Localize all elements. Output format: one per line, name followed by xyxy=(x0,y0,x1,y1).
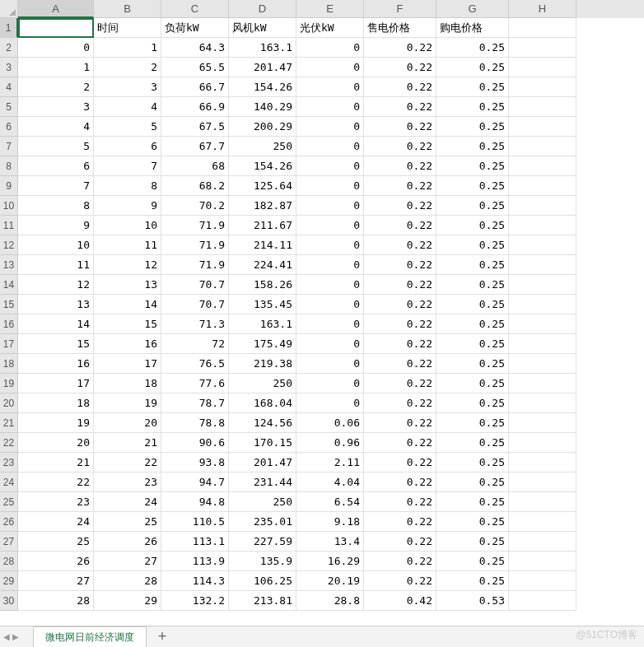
cell[interactable]: 21 xyxy=(94,433,161,453)
cell[interactable]: 0.25 xyxy=(436,532,509,552)
cell[interactable]: 250 xyxy=(229,137,296,156)
cell[interactable]: 224.41 xyxy=(229,255,296,275)
cell[interactable]: 9.18 xyxy=(296,512,364,532)
cell[interactable]: 0.25 xyxy=(436,453,509,472)
row-header[interactable]: 16 xyxy=(0,314,18,334)
row-header[interactable]: 30 xyxy=(0,591,18,611)
cell[interactable] xyxy=(509,97,576,117)
cell[interactable]: 0.22 xyxy=(364,255,436,275)
cell[interactable]: 0.22 xyxy=(364,156,436,176)
cell[interactable]: 0 xyxy=(296,216,364,235)
cell[interactable]: 65.5 xyxy=(161,58,229,77)
cell[interactable]: 94.8 xyxy=(161,492,229,512)
col-header-B[interactable]: B xyxy=(94,0,161,18)
cell[interactable]: 28 xyxy=(18,591,94,611)
cell[interactable]: 211.67 xyxy=(229,216,296,235)
row-header[interactable]: 19 xyxy=(0,374,18,393)
cell[interactable]: 0.25 xyxy=(436,354,509,374)
cell[interactable]: 0.22 xyxy=(364,512,436,532)
cell[interactable]: 0.22 xyxy=(364,137,436,156)
cell[interactable]: 0 xyxy=(296,255,364,275)
cell[interactable]: 250 xyxy=(229,492,296,512)
cell[interactable]: 0.22 xyxy=(364,77,436,97)
cell[interactable]: 0.22 xyxy=(364,393,436,413)
cell[interactable]: 29 xyxy=(94,591,161,611)
cell[interactable]: 17 xyxy=(18,374,94,393)
row-header[interactable]: 22 xyxy=(0,433,18,453)
cell[interactable]: 71.9 xyxy=(161,255,229,275)
cell[interactable]: 227.59 xyxy=(229,532,296,552)
cell[interactable]: 13 xyxy=(94,275,161,295)
cell[interactable]: 7 xyxy=(18,176,94,196)
cell[interactable]: 0.25 xyxy=(436,156,509,176)
cell[interactable]: 0 xyxy=(296,374,364,393)
cell[interactable]: 25 xyxy=(94,512,161,532)
cell[interactable]: 20.19 xyxy=(296,571,364,591)
cell[interactable]: 250 xyxy=(229,374,296,393)
row-header[interactable]: 5 xyxy=(0,97,18,117)
cell[interactable]: 0.22 xyxy=(364,117,436,137)
cell[interactable] xyxy=(509,393,576,413)
cell[interactable]: 12 xyxy=(94,255,161,275)
cell[interactable]: 70.2 xyxy=(161,196,229,216)
cell[interactable]: 15 xyxy=(18,334,94,354)
cell[interactable]: 0 xyxy=(296,97,364,117)
cell[interactable]: 0.22 xyxy=(364,552,436,571)
cell[interactable] xyxy=(509,58,576,77)
cell[interactable]: 0.22 xyxy=(364,235,436,255)
cell[interactable]: 27 xyxy=(94,552,161,571)
cell[interactable]: 0 xyxy=(296,393,364,413)
cell[interactable]: 16 xyxy=(94,334,161,354)
cell[interactable]: 66.7 xyxy=(161,77,229,97)
cell[interactable]: 78.8 xyxy=(161,413,229,433)
row-header[interactable]: 26 xyxy=(0,512,18,532)
row-header[interactable]: 14 xyxy=(0,275,18,295)
cell[interactable]: 175.49 xyxy=(229,334,296,354)
cell[interactable]: 158.26 xyxy=(229,275,296,295)
select-all-corner[interactable] xyxy=(0,0,18,18)
cell[interactable]: 24 xyxy=(94,492,161,512)
cell[interactable]: 231.44 xyxy=(229,472,296,492)
cell[interactable]: 0.25 xyxy=(436,196,509,216)
cell[interactable]: 28.8 xyxy=(296,591,364,611)
cell[interactable]: 0.22 xyxy=(364,472,436,492)
cell[interactable] xyxy=(509,275,576,295)
row-header[interactable]: 1 xyxy=(0,18,18,38)
cell[interactable]: 3 xyxy=(94,77,161,97)
cell[interactable] xyxy=(509,295,576,314)
cell[interactable]: 0.25 xyxy=(436,374,509,393)
cell[interactable]: 20 xyxy=(94,413,161,433)
cell[interactable] xyxy=(509,571,576,591)
cell[interactable]: 0 xyxy=(296,196,364,216)
cell[interactable]: 28 xyxy=(94,571,161,591)
cell[interactable]: 0.22 xyxy=(364,453,436,472)
row-header[interactable]: 2 xyxy=(0,38,18,58)
cell[interactable]: 71.3 xyxy=(161,314,229,334)
cell[interactable]: 0.25 xyxy=(436,552,509,571)
row-header[interactable]: 13 xyxy=(0,255,18,275)
cell[interactable]: 0.25 xyxy=(436,97,509,117)
cell[interactable]: 负荷kW xyxy=(161,18,229,38)
cell[interactable]: 0.22 xyxy=(364,58,436,77)
cell[interactable]: 68.2 xyxy=(161,176,229,196)
cell[interactable]: 110.5 xyxy=(161,512,229,532)
cell[interactable]: 71.9 xyxy=(161,216,229,235)
add-sheet-button[interactable]: + xyxy=(152,628,173,646)
cell[interactable]: 113.9 xyxy=(161,552,229,571)
cell[interactable] xyxy=(509,512,576,532)
cell[interactable]: 购电价格 xyxy=(436,18,509,38)
cell[interactable]: 0 xyxy=(296,38,364,58)
cell[interactable] xyxy=(509,532,576,552)
cell[interactable]: 0.22 xyxy=(364,275,436,295)
cell[interactable]: 0.25 xyxy=(436,571,509,591)
cell[interactable]: 4.04 xyxy=(296,472,364,492)
cell[interactable] xyxy=(509,492,576,512)
cell[interactable]: 11 xyxy=(18,255,94,275)
cell[interactable]: 20 xyxy=(18,433,94,453)
cell[interactable]: 106.25 xyxy=(229,571,296,591)
cell[interactable]: 0 xyxy=(296,235,364,255)
cell[interactable]: 14 xyxy=(18,314,94,334)
cell[interactable] xyxy=(509,77,576,97)
cell[interactable] xyxy=(509,591,576,611)
cell[interactable] xyxy=(509,374,576,393)
